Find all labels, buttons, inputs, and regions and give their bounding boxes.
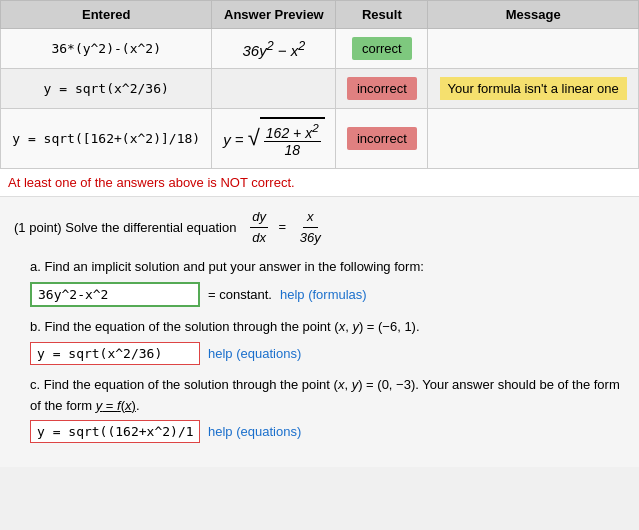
- part-a: a. Find an implicit solution and put you…: [30, 257, 625, 307]
- part-c-input-row: help (equations): [30, 420, 625, 443]
- instruction-text: Solve the differential equation: [65, 219, 236, 234]
- frac-den: 18: [282, 142, 302, 158]
- incorrect-badge: incorrect: [347, 127, 417, 150]
- problem-title: (1 point) Solve the differential equatio…: [14, 207, 625, 250]
- preview-cell: [212, 69, 336, 109]
- part-c-vary: y: [352, 377, 359, 392]
- result-cell: incorrect: [336, 69, 428, 109]
- correct-badge: correct: [352, 37, 412, 60]
- message-cell: [428, 29, 639, 69]
- result-cell: correct: [336, 29, 428, 69]
- part-c-instruction: Find the equation of the solution throug…: [44, 377, 330, 392]
- part-b-text: b. Find the equation of the solution thr…: [30, 317, 625, 338]
- frac-num: 162 + x2: [264, 121, 321, 142]
- table-row: 36*(y^2)-(x^2) 36y2 − x2 correct: [1, 29, 639, 69]
- incorrect-badge: incorrect: [347, 77, 417, 100]
- part-b-input[interactable]: [30, 342, 200, 365]
- problem-section: (1 point) Solve the differential equatio…: [0, 196, 639, 468]
- part-c: c. Find the equation of the solution thr…: [30, 375, 625, 444]
- answer-table: Entered Answer Preview Result Message 36…: [0, 0, 639, 169]
- equals-sign: =: [279, 219, 287, 234]
- preview-frac: 162 + x2 18: [264, 121, 321, 158]
- part-c-varx: x: [338, 377, 345, 392]
- dy: dy: [250, 207, 268, 229]
- preview-math-3: y = √ 162 + x2 18: [223, 131, 325, 148]
- part-a-instruction: Find an implicit solution and put your a…: [44, 259, 423, 274]
- col-header-entered: Entered: [1, 1, 212, 29]
- rhs-frac: x 36y: [296, 207, 325, 250]
- preview-cell: 36y2 − x2: [212, 29, 336, 69]
- part-c-help-link[interactable]: help (equations): [208, 424, 301, 439]
- sqrt-expr: √ 162 + x2 18: [248, 117, 325, 160]
- radicand: 162 + x2 18: [260, 117, 325, 160]
- col-header-preview: Answer Preview: [212, 1, 336, 29]
- part-b-instruction: Find the equation of the solution throug…: [44, 319, 330, 334]
- rhs-den: 36y: [296, 228, 325, 249]
- part-a-label: a.: [30, 259, 41, 274]
- dy-dx-frac: dy dx: [250, 207, 268, 250]
- part-b-label: b.: [30, 319, 41, 334]
- preview-math-1: 36y2 − x2: [243, 42, 306, 59]
- differential-eq: dy dx = x 36y: [240, 219, 327, 234]
- part-a-suffix: = constant.: [208, 287, 272, 302]
- message-cell: [428, 109, 639, 169]
- table-row: y = sqrt(x^2/36) incorrect Your formula …: [1, 69, 639, 109]
- entered-cell: y = sqrt(x^2/36): [1, 69, 212, 109]
- table-row: y = sqrt([162+(x^2)]/18) y = √ 162 + x2 …: [1, 109, 639, 169]
- warning-text: At least one of the answers above is NOT…: [0, 169, 639, 196]
- part-b: b. Find the equation of the solution thr…: [30, 317, 625, 365]
- rhs-num: x: [303, 207, 318, 229]
- part-a-text: a. Find an implicit solution and put you…: [30, 257, 625, 278]
- part-c-input[interactable]: [30, 420, 200, 443]
- col-header-result: Result: [336, 1, 428, 29]
- part-c-label: c.: [30, 377, 40, 392]
- part-c-suffix: Your answer should be of the form: [422, 377, 620, 392]
- part-b-help-link[interactable]: help (equations): [208, 346, 301, 361]
- message-text: Your formula isn't a linear one: [440, 77, 627, 100]
- dx: dx: [250, 228, 268, 249]
- part-c-form: y = f(x): [96, 398, 136, 413]
- part-a-input-row: = constant. help (formulas): [30, 282, 625, 307]
- entered-cell: y = sqrt([162+(x^2)]/18): [1, 109, 212, 169]
- part-a-input[interactable]: [30, 282, 200, 307]
- point-label: (1 point): [14, 219, 62, 234]
- main-container: Entered Answer Preview Result Message 36…: [0, 0, 639, 467]
- preview-cell: y = √ 162 + x2 18: [212, 109, 336, 169]
- result-cell: incorrect: [336, 109, 428, 169]
- entered-cell: 36*(y^2)-(x^2): [1, 29, 212, 69]
- message-cell: Your formula isn't a linear one: [428, 69, 639, 109]
- part-b-vary: y: [352, 319, 359, 334]
- part-c-text: c. Find the equation of the solution thr…: [30, 375, 625, 417]
- part-a-help-link[interactable]: help (formulas): [280, 287, 367, 302]
- part-b-vars: x: [339, 319, 346, 334]
- col-header-message: Message: [428, 1, 639, 29]
- part-b-input-row: help (equations): [30, 342, 625, 365]
